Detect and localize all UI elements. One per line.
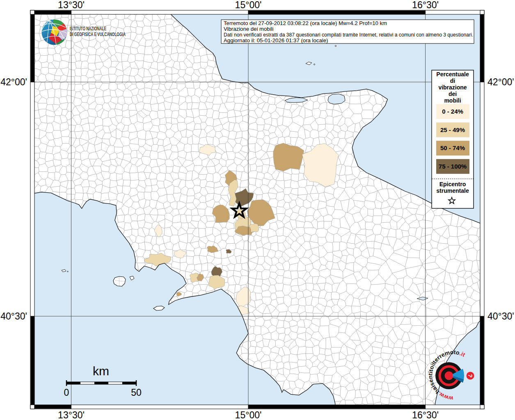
svg-text:Percentuale: Percentuale [436,71,469,78]
svg-text:15°00': 15°00' [235,410,262,420]
svg-text:km: km [93,364,109,378]
svg-text:40°30': 40°30' [488,311,514,322]
svg-text:15°00': 15°00' [235,0,262,10]
svg-text:Aggiornato il: 05-01-2026 01:3: Aggiornato il: 05-01-2026 01:37 (ora loc… [224,37,328,43]
svg-text:42°00': 42°00' [488,77,514,87]
svg-text:0: 0 [64,387,69,398]
svg-text:DI GEOFISICA E VULCANOLOGIA: DI GEOFISICA E VULCANOLOGIA [70,32,126,37]
svg-text:0 - 24%: 0 - 24% [442,108,463,115]
svg-text:dei: dei [449,91,457,97]
svg-text:16°30': 16°30' [412,0,439,10]
svg-text:13°30': 13°30' [58,410,85,420]
svg-text:42°00': 42°00' [0,77,27,87]
svg-text:Terremoto del 27-09-2012 03:08: Terremoto del 27-09-2012 03:08:22 (ora l… [224,20,387,26]
svg-text:ISTITUTO NAZIONALE: ISTITUTO NAZIONALE [70,26,106,32]
svg-text:50 - 74%: 50 - 74% [440,144,465,151]
svg-text:13°30': 13°30' [58,0,85,10]
svg-text:50: 50 [131,387,142,398]
svg-text:Vibrazione dei mobili: Vibrazione dei mobili [224,26,274,32]
svg-text:25 - 49%: 25 - 49% [440,126,465,133]
svg-text:16°30': 16°30' [412,410,439,420]
svg-text:75 - 100%: 75 - 100% [439,163,467,170]
svg-text:mobili: mobili [444,97,461,104]
svg-text:40°30': 40°30' [0,311,27,322]
svg-text:Dati non verificati estratti d: Dati non verificati estratti da 387 ques… [224,32,473,38]
svg-text:Epicentro: Epicentro [439,181,466,187]
svg-text:di: di [450,78,455,84]
svg-text:strumentale: strumentale [436,187,469,194]
svg-text:vibrazione: vibrazione [438,84,467,91]
